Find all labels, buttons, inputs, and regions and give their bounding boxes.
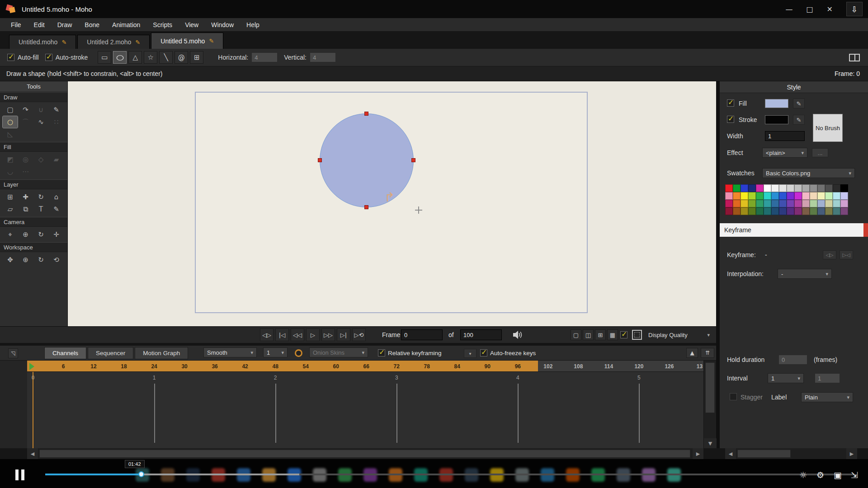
line-shape-button[interactable]: ╲: [159, 51, 173, 64]
interval-input[interactable]: [815, 373, 840, 383]
set-origin-tool[interactable]: ✚: [18, 191, 33, 203]
color-swatch-3-3[interactable]: [748, 207, 756, 215]
color-swatch-2-10[interactable]: [802, 200, 810, 207]
transform-layer-tool[interactable]: ⊞: [3, 191, 18, 203]
menu-draw[interactable]: Draw: [51, 18, 79, 31]
exit-fullscreen-icon[interactable]: ⇲: [851, 470, 858, 480]
color-swatch-0-8[interactable]: [787, 184, 794, 192]
split-two-view-button[interactable]: ◫: [583, 329, 594, 340]
loop-range-button[interactable]: ◁▷: [260, 328, 274, 341]
text-tool[interactable]: T: [33, 203, 48, 215]
freehand-tool[interactable]: ∿: [33, 116, 48, 128]
shape-handle-left[interactable]: [318, 158, 322, 162]
menu-help[interactable]: Help: [240, 18, 266, 31]
color-swatch-1-8[interactable]: [787, 192, 794, 200]
timeline-tab-motion-graph[interactable]: Motion Graph: [135, 347, 188, 359]
color-swatch-2-12[interactable]: [817, 200, 825, 207]
playhead-marker[interactable]: [29, 363, 34, 370]
color-swatch-0-10[interactable]: [802, 184, 810, 192]
color-swatch-1-3[interactable]: [748, 192, 756, 200]
onion-skins-dropdown[interactable]: Onion Skins ▾: [309, 347, 368, 357]
keyframe-panel-header[interactable]: Keyframe: [720, 223, 868, 237]
color-swatch-1-0[interactable]: [725, 192, 733, 200]
relative-keyframing-checkbox[interactable]: [378, 349, 385, 357]
restore-button[interactable]: □: [806, 5, 813, 14]
timeline-tab-sequencer[interactable]: Sequencer: [88, 347, 133, 359]
color-swatch-0-12[interactable]: [817, 184, 825, 192]
menu-scripts[interactable]: Scripts: [146, 18, 179, 31]
rotate-layer-tool[interactable]: ↻: [33, 191, 48, 203]
split-four-view-button[interactable]: ⊞: [595, 329, 606, 340]
color-swatch-2-4[interactable]: [756, 200, 764, 207]
collapse-tracks-button[interactable]: ▲: [686, 348, 698, 358]
color-swatch-1-12[interactable]: [817, 192, 825, 200]
drawing-canvas[interactable]: ↱: [68, 81, 716, 326]
draw-shape-tool[interactable]: ○: [3, 116, 18, 128]
hold-duration-input[interactable]: [778, 355, 807, 365]
color-swatch-2-14[interactable]: [833, 200, 840, 207]
color-swatch-1-7[interactable]: [779, 192, 787, 200]
menu-file[interactable]: File: [5, 18, 28, 31]
play-button[interactable]: ▷: [306, 328, 320, 341]
color-swatch-1-2[interactable]: [741, 192, 748, 200]
jump-end-button[interactable]: ▷|: [337, 328, 350, 341]
step-forward-button[interactable]: ▷▷: [321, 328, 335, 341]
horizontal-scroll-thumb[interactable]: [39, 450, 690, 458]
layer-channel-dropdown[interactable]: 1 ▾: [263, 347, 288, 357]
scroll-right-arrow-icon[interactable]: ▶: [846, 448, 857, 459]
cycle-in-button[interactable]: ◁▷: [823, 250, 836, 259]
color-swatch-0-14[interactable]: [833, 184, 840, 192]
orbit-workspace-tool[interactable]: ⟲: [49, 254, 64, 266]
end-frame-input[interactable]: [460, 329, 502, 340]
color-swatch-3-0[interactable]: [725, 207, 733, 215]
color-swatch-3-4[interactable]: [756, 207, 764, 215]
color-swatch-0-3[interactable]: [748, 184, 756, 192]
menu-view[interactable]: View: [179, 18, 205, 31]
cycle-out-button[interactable]: ▷◁: [840, 250, 853, 259]
scroll-left-arrow-icon[interactable]: ◀: [27, 448, 38, 459]
grid-view-button[interactable]: ▦: [607, 329, 618, 340]
color-swatch-3-9[interactable]: [794, 207, 802, 215]
scroll-left-arrow-icon[interactable]: ◀: [725, 448, 736, 459]
add-point-tool[interactable]: ✎: [49, 104, 64, 116]
speaker-icon[interactable]: [513, 331, 523, 340]
color-swatch-3-13[interactable]: [825, 207, 833, 215]
menu-animation[interactable]: Animation: [106, 18, 146, 31]
tab-untitled-2-moho[interactable]: Untitled 2.moho✎: [77, 35, 150, 49]
download-overlay-button[interactable]: ⇩: [846, 2, 863, 16]
color-swatch-0-6[interactable]: [771, 184, 779, 192]
color-swatch-2-7[interactable]: [779, 200, 787, 207]
color-swatch-1-5[interactable]: [764, 192, 771, 200]
collapse-all-button[interactable]: ⇈: [701, 348, 714, 358]
theater-mode-icon[interactable]: ▣: [834, 470, 842, 480]
color-swatch-2-1[interactable]: [733, 200, 741, 207]
stroke-style-pencil-icon[interactable]: ✎: [793, 115, 805, 125]
color-swatch-2-6[interactable]: [771, 200, 779, 207]
library-book-icon[interactable]: [849, 54, 860, 61]
color-swatch-1-14[interactable]: [833, 192, 840, 200]
color-swatch-1-4[interactable]: [756, 192, 764, 200]
loop-button[interactable]: ▷⟲: [352, 328, 366, 341]
shear-layer-tool[interactable]: ▱: [3, 203, 18, 215]
color-swatch-0-9[interactable]: [794, 184, 802, 192]
tab-untitled-5-moho[interactable]: Untitled 5.moho✎: [151, 33, 223, 49]
color-swatch-3-8[interactable]: [787, 207, 794, 215]
video-seekbar[interactable]: [45, 474, 854, 475]
color-swatch-2-13[interactable]: [825, 200, 833, 207]
fill-color-swatch[interactable]: [765, 99, 788, 108]
grid-shape-button[interactable]: ⊞: [190, 51, 203, 64]
effect-dropdown[interactable]: <plain> ▾: [762, 148, 807, 158]
timeline-horizontal-scrollbar[interactable]: ◀ ▶: [27, 448, 703, 459]
color-swatch-3-11[interactable]: [810, 207, 817, 215]
render-frame-icon[interactable]: [632, 330, 642, 340]
color-swatch-1-6[interactable]: [771, 192, 779, 200]
playhead-line[interactable]: [33, 372, 33, 448]
display-quality-checkbox[interactable]: [620, 331, 627, 338]
color-swatch-3-10[interactable]: [802, 207, 810, 215]
color-swatch-1-9[interactable]: [794, 192, 802, 200]
vertical-scroll-thumb[interactable]: [705, 362, 715, 413]
zoom-workspace-tool[interactable]: ⊕: [18, 254, 33, 266]
color-swatch-3-15[interactable]: [840, 207, 848, 215]
color-swatch-2-15[interactable]: [840, 200, 848, 207]
star-shape-button[interactable]: ☆: [144, 51, 157, 64]
